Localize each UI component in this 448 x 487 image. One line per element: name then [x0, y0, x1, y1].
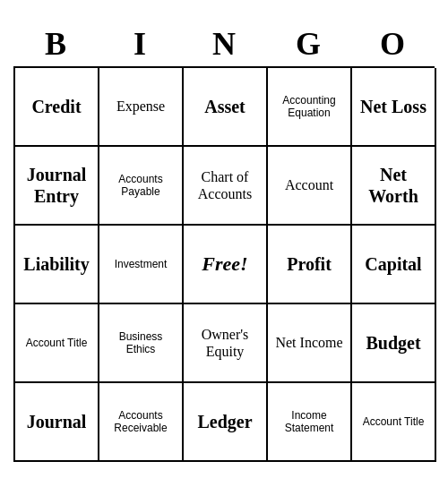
bingo-letter-o: O — [357, 25, 428, 63]
cell-r0-c0: Credit — [15, 68, 99, 147]
cell-r1-c1: Accounts Payable — [99, 147, 184, 226]
cell-r4-c1: Accounts Receivable — [99, 383, 184, 462]
cell-r2-c2: Free! — [184, 226, 268, 304]
cell-r4-c3: Income Statement — [268, 383, 352, 462]
bingo-letter-n: N — [188, 25, 260, 63]
cell-r2-c3: Profit — [268, 226, 352, 304]
cell-r0-c3: Accounting Equation — [268, 68, 352, 147]
cell-r4-c0: Journal — [15, 383, 99, 462]
cell-r2-c4: Capital — [352, 226, 436, 304]
bingo-header: BINGO — [13, 25, 435, 63]
cell-r3-c0: Account Title — [15, 304, 99, 383]
cell-r1-c4: Net Worth — [352, 147, 436, 226]
cell-r3-c2: Owner's Equity — [184, 304, 268, 383]
cell-r3-c4: Budget — [352, 304, 436, 383]
cell-r1-c0: Journal Entry — [15, 147, 99, 226]
cell-r2-c0: Liability — [15, 226, 99, 304]
bingo-card: BINGO CreditExpenseAssetAccounting Equat… — [13, 25, 435, 462]
bingo-letter-b: B — [20, 25, 91, 63]
cell-r1-c2: Chart of Accounts — [184, 147, 268, 226]
cell-r0-c4: Net Loss — [352, 68, 436, 147]
cell-r0-c2: Asset — [184, 68, 268, 147]
cell-r2-c1: Investment — [99, 226, 184, 304]
cell-r3-c1: Business Ethics — [99, 304, 184, 383]
bingo-grid: CreditExpenseAssetAccounting EquationNet… — [13, 66, 435, 462]
bingo-letter-g: G — [272, 25, 344, 63]
cell-r4-c2: Ledger — [184, 383, 268, 462]
bingo-letter-i: I — [104, 25, 176, 63]
cell-r4-c4: Account Title — [352, 383, 436, 462]
cell-r0-c1: Expense — [99, 68, 184, 147]
cell-r3-c3: Net Income — [268, 304, 352, 383]
cell-r1-c3: Account — [268, 147, 352, 226]
